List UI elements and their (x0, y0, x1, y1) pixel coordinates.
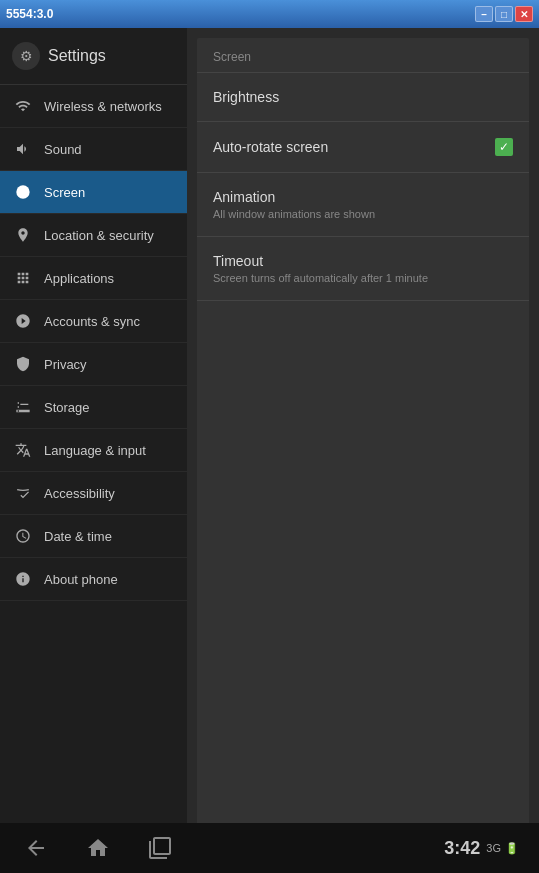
sidebar-item-applications-label: Applications (44, 271, 114, 286)
sidebar-item-screen-label: Screen (44, 185, 85, 200)
bottom-nav (20, 834, 176, 862)
sidebar-item-wireless[interactable]: Wireless & networks (0, 85, 187, 128)
battery-icon: 🔋 (505, 842, 519, 855)
clock: 3:42 (444, 838, 480, 859)
accounts-icon (12, 310, 34, 332)
setting-row-animation[interactable]: Animation All window animations are show… (197, 173, 529, 237)
sidebar-item-accessibility-label: Accessibility (44, 486, 115, 501)
bottombar: 3:42 3G 🔋 (0, 823, 539, 873)
sidebar-item-wireless-label: Wireless & networks (44, 99, 162, 114)
apps-icon (12, 267, 34, 289)
setting-row-animation-info: Animation All window animations are show… (213, 189, 375, 220)
sidebar-item-accounts-label: Accounts & sync (44, 314, 140, 329)
timeout-subtitle: Screen turns off automatically after 1 m… (213, 272, 428, 284)
animation-title: Animation (213, 189, 375, 205)
timeout-title: Timeout (213, 253, 428, 269)
sound-icon (12, 138, 34, 160)
sidebar-item-datetime[interactable]: Date & time (0, 515, 187, 558)
main-layout: ⚙ Settings Wireless & networks Sound Scr… (0, 28, 539, 873)
sidebar-item-language-label: Language & input (44, 443, 146, 458)
titlebar-buttons: – □ ✕ (475, 6, 533, 22)
section-label: Screen (197, 38, 529, 73)
setting-row-autorotate-info: Auto-rotate screen (213, 139, 328, 155)
maximize-button[interactable]: □ (495, 6, 513, 22)
sidebar-item-privacy[interactable]: Privacy (0, 343, 187, 386)
about-icon (12, 568, 34, 590)
sidebar-item-location[interactable]: Location & security (0, 214, 187, 257)
sidebar-item-screen[interactable]: Screen (0, 171, 187, 214)
sidebar-item-datetime-label: Date & time (44, 529, 112, 544)
brightness-title: Brightness (213, 89, 279, 105)
content-area: Screen Brightness Auto-rotate screen Ani… (187, 28, 539, 873)
autorotate-toggle[interactable] (495, 138, 513, 156)
privacy-icon (12, 353, 34, 375)
setting-row-brightness[interactable]: Brightness (197, 73, 529, 122)
datetime-icon (12, 525, 34, 547)
accessibility-icon (12, 482, 34, 504)
sidebar-item-about-label: About phone (44, 572, 118, 587)
sidebar-item-sound[interactable]: Sound (0, 128, 187, 171)
network-status: 3G (486, 842, 501, 854)
sidebar-item-storage-label: Storage (44, 400, 90, 415)
setting-row-timeout-info: Timeout Screen turns off automatically a… (213, 253, 428, 284)
content-panel: Screen Brightness Auto-rotate screen Ani… (197, 38, 529, 863)
titlebar: 5554:3.0 – □ ✕ (0, 0, 539, 28)
animation-subtitle: All window animations are shown (213, 208, 375, 220)
sidebar-item-language[interactable]: Language & input (0, 429, 187, 472)
status-icons: 3G 🔋 (486, 842, 519, 855)
sidebar-item-location-label: Location & security (44, 228, 154, 243)
titlebar-title: 5554:3.0 (6, 7, 53, 21)
sidebar-item-accounts[interactable]: Accounts & sync (0, 300, 187, 343)
autorotate-title: Auto-rotate screen (213, 139, 328, 155)
setting-row-autorotate[interactable]: Auto-rotate screen (197, 122, 529, 173)
setting-row-timeout[interactable]: Timeout Screen turns off automatically a… (197, 237, 529, 301)
close-button[interactable]: ✕ (515, 6, 533, 22)
wifi-icon (12, 95, 34, 117)
setting-row-brightness-info: Brightness (213, 89, 279, 105)
storage-icon (12, 396, 34, 418)
home-button[interactable] (82, 834, 114, 862)
bottom-right-status: 3:42 3G 🔋 (444, 838, 519, 859)
settings-icon: ⚙ (12, 42, 40, 70)
settings-header: ⚙ Settings (0, 28, 187, 85)
sidebar: ⚙ Settings Wireless & networks Sound Scr… (0, 28, 187, 873)
settings-title: Settings (48, 47, 106, 65)
svg-point-0 (16, 185, 29, 198)
back-button[interactable] (20, 834, 52, 862)
sidebar-item-privacy-label: Privacy (44, 357, 87, 372)
sidebar-item-applications[interactable]: Applications (0, 257, 187, 300)
location-icon (12, 224, 34, 246)
recents-button[interactable] (144, 834, 176, 862)
sidebar-item-accessibility[interactable]: Accessibility (0, 472, 187, 515)
sidebar-item-sound-label: Sound (44, 142, 82, 157)
language-icon (12, 439, 34, 461)
sidebar-item-about[interactable]: About phone (0, 558, 187, 601)
sidebar-item-storage[interactable]: Storage (0, 386, 187, 429)
minimize-button[interactable]: – (475, 6, 493, 22)
screen-icon (12, 181, 34, 203)
